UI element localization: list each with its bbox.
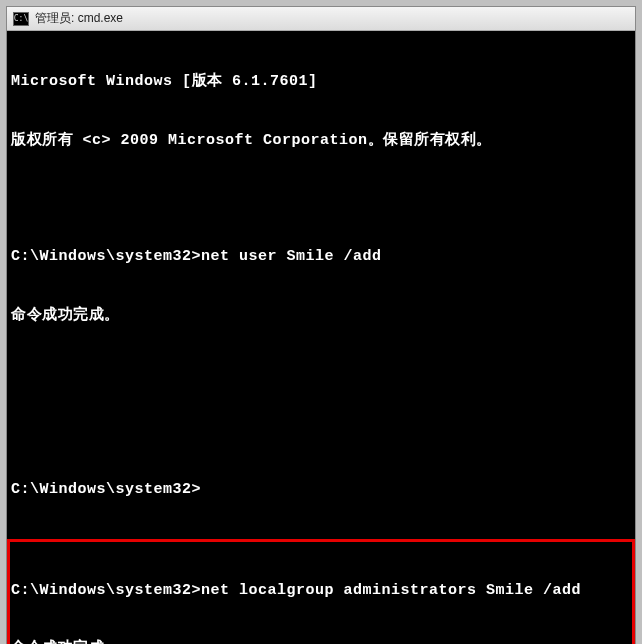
prompt-path: C:\Windows\system32>	[11, 481, 201, 498]
terminal-area[interactable]: Microsoft Windows [版本 6.1.7601] 版权所有 <c>…	[7, 31, 635, 644]
titlebar[interactable]: C:\ 管理员: cmd.exe	[7, 7, 635, 31]
result-line-1: 命令成功完成。	[11, 306, 631, 326]
copyright-line: 版权所有 <c> 2009 Microsoft Corporation。保留所有…	[11, 131, 631, 151]
prompt-line-1: C:\Windows\system32>net user Smile /add	[11, 247, 631, 267]
prompt-path: C:\Windows\system32>	[11, 248, 201, 265]
command-text: net user Smile /add	[201, 248, 382, 265]
prompt-line-3: C:\Windows\system32>net localgroup admin…	[11, 581, 631, 601]
cmd-window: C:\ 管理员: cmd.exe Microsoft Windows [版本 6…	[6, 6, 636, 644]
cmd-icon-label: C:\	[14, 14, 28, 23]
window-title: 管理员: cmd.exe	[35, 10, 123, 27]
prompt-path: C:\Windows\system32>	[11, 582, 201, 599]
blank-line	[11, 189, 631, 208]
blank-line	[11, 422, 631, 441]
highlighted-command-block: C:\Windows\system32>net localgroup admin…	[7, 539, 635, 645]
cmd-icon: C:\	[13, 12, 29, 26]
blank-line	[11, 364, 631, 383]
prompt-line-2: C:\Windows\system32>	[11, 480, 631, 500]
command-text: net localgroup administrators Smile /add	[201, 582, 581, 599]
result-line-3: 命令成功完成。	[11, 639, 631, 644]
version-line: Microsoft Windows [版本 6.1.7601]	[11, 72, 631, 92]
